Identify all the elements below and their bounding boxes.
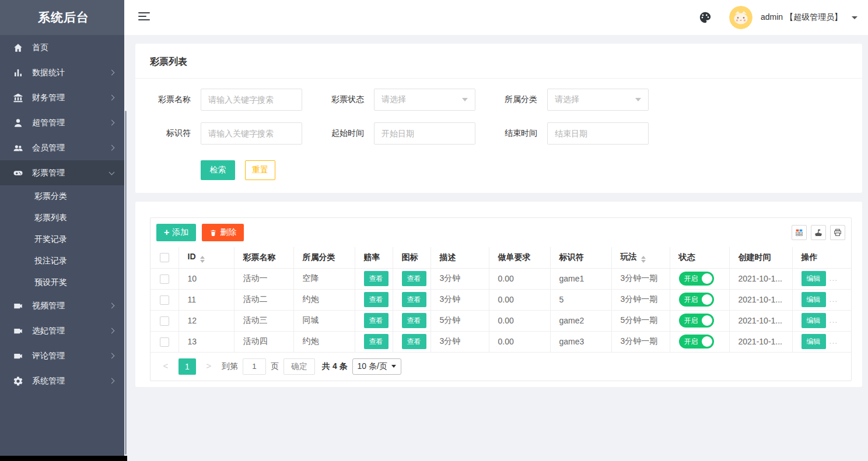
sidebar-item-label: 数据统计 (32, 68, 65, 78)
filter-input-5[interactable] (547, 122, 649, 145)
video-icon (13, 301, 23, 311)
edit-button[interactable]: 编辑 (802, 334, 826, 349)
view-icon-button[interactable]: 查看 (402, 334, 426, 349)
chevron-right-icon (109, 303, 115, 309)
more-actions: ... (830, 294, 838, 304)
user-menu[interactable]: admin 【超级管理员】 (761, 12, 842, 23)
export-button[interactable] (811, 225, 826, 240)
confirm-page-button[interactable]: 确定 (284, 358, 315, 375)
sidebar-subitem-1[interactable]: 彩票列表 (0, 207, 124, 228)
sort-icon[interactable] (641, 256, 646, 263)
app-logo: 系统后台 (0, 0, 127, 35)
chevron-right-icon (109, 328, 115, 334)
sidebar-item-label: 会员管理 (32, 143, 65, 153)
status-toggle[interactable]: 开启 (679, 314, 714, 328)
palette-icon[interactable] (699, 11, 712, 24)
chevron-right-icon (109, 95, 115, 101)
edit-button[interactable]: 编辑 (802, 313, 826, 328)
filter-card: 彩票列表 彩票名称 彩票状态 请选择 所属分类 请选择 标识符 起始时间 结束时… (135, 44, 862, 193)
filter-input-3[interactable] (201, 122, 302, 145)
table-toolbar: + 添加 删除 (150, 218, 851, 247)
view-icon-button[interactable]: 查看 (402, 292, 426, 307)
page-1-button[interactable]: 1 (178, 358, 196, 375)
filter-input-0[interactable] (201, 89, 302, 111)
scrollbar-thumb[interactable] (125, 111, 127, 455)
table-container: + 添加 删除 (150, 217, 852, 381)
toggle-knob (702, 294, 712, 305)
sidebar-item-label: 视频管理 (32, 301, 65, 311)
sidebar-nav: 首页 数据统计 财务管理 超管管理 会员管理 彩票管理 彩票分类彩票列表开奖记录… (0, 35, 124, 456)
page-size-select[interactable]: 10 条/页 (352, 358, 401, 375)
chevron-down-icon (635, 98, 641, 101)
view-odds-button[interactable]: 查看 (364, 292, 388, 307)
goto-page-input[interactable] (243, 358, 266, 375)
sidebar-item-8[interactable]: 评论管理 (0, 343, 124, 368)
sidebar-item-3[interactable]: 超管管理 (0, 110, 124, 135)
filter-input-4[interactable] (374, 122, 475, 145)
sidebar-scrollbar[interactable] (124, 35, 127, 456)
edit-button[interactable]: 编辑 (802, 292, 826, 307)
column-header-7: 标识符 (550, 247, 611, 268)
filter-columns-button[interactable] (792, 225, 807, 240)
sidebar-item-2[interactable]: 财务管理 (0, 85, 124, 110)
row-checkbox[interactable] (160, 275, 169, 284)
row-checkbox[interactable] (160, 295, 169, 305)
sort-icon[interactable] (200, 256, 205, 263)
row-checkbox[interactable] (160, 316, 169, 326)
print-button[interactable] (830, 225, 845, 240)
sidebar-item-5[interactable]: 彩票管理 (0, 160, 124, 185)
search-button[interactable]: 检索 (201, 160, 235, 180)
view-odds-button[interactable]: 查看 (364, 313, 388, 328)
prev-page-button[interactable]: < (158, 358, 174, 375)
filter-select-1[interactable]: 请选择 (374, 89, 475, 111)
filter-select-2[interactable]: 请选择 (547, 89, 649, 111)
sidebar-item-7[interactable]: 选妃管理 (0, 318, 124, 343)
sidebar-subitem-2[interactable]: 开奖记录 (0, 228, 124, 250)
next-page-button[interactable]: > (201, 358, 217, 375)
avatar[interactable] (729, 6, 752, 29)
status-toggle[interactable]: 开启 (679, 272, 714, 286)
sidebar-subitem-0[interactable]: 彩票分类 (0, 185, 124, 207)
caret-down-icon[interactable] (852, 16, 858, 19)
column-header-2: 所属分类 (293, 247, 355, 268)
total-count-label: 共 4 条 (322, 361, 348, 372)
view-icon-button[interactable]: 查看 (402, 313, 426, 328)
row-checkbox[interactable] (160, 337, 169, 347)
menu-toggle-icon[interactable] (138, 12, 150, 22)
filter-label-5: 结束时间 (496, 128, 537, 139)
trash-icon (209, 229, 217, 237)
status-toggle[interactable]: 开启 (679, 335, 714, 349)
select-all-cell (150, 247, 178, 268)
chart-icon (13, 68, 23, 78)
column-header-0[interactable]: ID (178, 247, 234, 268)
sidebar-subitem-4[interactable]: 预设开奖 (0, 272, 124, 293)
sidebar-item-1[interactable]: 数据统计 (0, 60, 124, 85)
sidebar-item-6[interactable]: 视频管理 (0, 293, 124, 318)
column-header-8[interactable]: 玩法 (611, 247, 670, 268)
add-button[interactable]: + 添加 (156, 224, 196, 241)
sidebar-item-9[interactable]: 系统管理 (0, 368, 124, 393)
table-row-2: 12 活动三 同城 查看 查看 5分钟 0.00 game2 5分钟一期 开启 … (150, 310, 851, 331)
view-odds-button[interactable]: 查看 (364, 334, 388, 349)
table-row-0: 10 活动一 空降 查看 查看 3分钟 0.00 game1 3分钟一期 开启 … (150, 268, 851, 289)
view-icon-button[interactable]: 查看 (402, 271, 426, 286)
more-actions: ... (830, 315, 838, 325)
sidebar-item-0[interactable]: 首页 (0, 35, 124, 60)
sidebar-item-label: 首页 (32, 43, 48, 53)
reset-button[interactable]: 重置 (245, 160, 275, 180)
view-odds-button[interactable]: 查看 (364, 271, 388, 286)
column-header-1: 彩票名称 (234, 247, 293, 268)
topbar: admin 【超级管理员】 (127, 0, 868, 35)
delete-button[interactable]: 删除 (202, 224, 244, 241)
select-all-checkbox[interactable] (160, 253, 169, 262)
status-toggle[interactable]: 开启 (679, 293, 714, 307)
toggle-knob (702, 336, 712, 347)
toggle-knob (702, 315, 712, 326)
sidebar-item-label: 系统管理 (32, 376, 65, 386)
column-header-10: 创建时间 (729, 247, 792, 268)
edit-button[interactable]: 编辑 (802, 271, 826, 286)
sidebar-subitem-3[interactable]: 投注记录 (0, 250, 124, 272)
filter-label-4: 起始时间 (323, 128, 364, 139)
data-table: ID彩票名称所属分类赔率图标描述做单要求标识符玩法状态创建时间操作 10 活动一… (150, 247, 851, 353)
sidebar-item-4[interactable]: 会员管理 (0, 135, 124, 160)
